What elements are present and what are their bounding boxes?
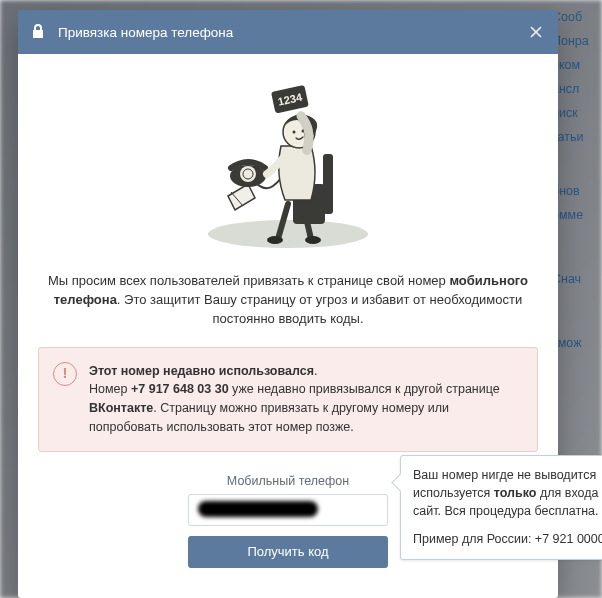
modal-header: Привязка номера телефона [18, 10, 558, 54]
intro-text: Мы просим всех пользователей привязать к… [38, 272, 538, 347]
phone-hint-tooltip: Ваш номер нигде не выводится используетс… [400, 455, 602, 560]
get-code-button[interactable]: Получить код [188, 536, 388, 568]
svg-point-3 [267, 236, 283, 244]
phone-label: Мобильный телефон [227, 474, 349, 488]
svg-rect-2 [323, 154, 333, 214]
svg-point-6 [240, 166, 256, 182]
modal-title: Привязка номера телефона [58, 25, 233, 40]
svg-point-9 [293, 131, 296, 134]
redacted-phone-value [198, 501, 318, 517]
svg-point-4 [305, 236, 321, 244]
illustration-woman-phone: 1234 [193, 74, 383, 254]
close-button[interactable] [524, 20, 548, 44]
warning-title: Этот номер недавно использовался [89, 364, 314, 378]
svg-point-0 [208, 220, 368, 248]
warning-icon: ! [53, 362, 77, 386]
warning-box: ! Этот номер недавно использовался. Номе… [38, 347, 538, 452]
lock-icon [32, 24, 46, 40]
